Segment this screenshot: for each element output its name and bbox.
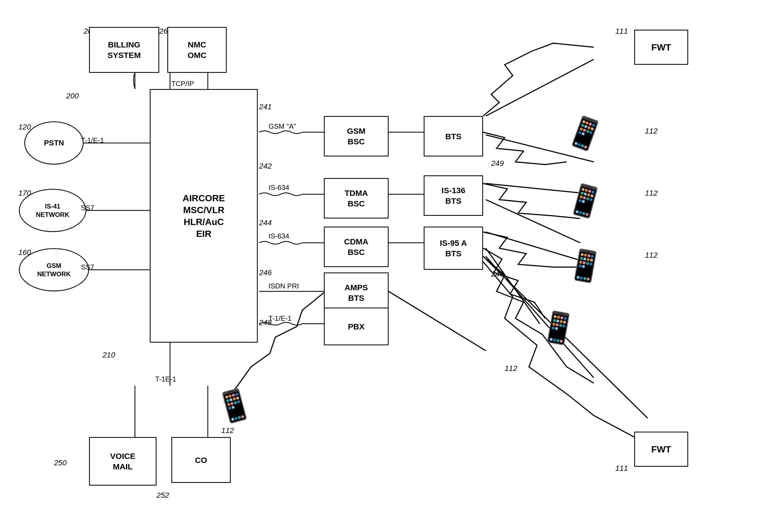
t1e1-bottom-label: T-1E-1 xyxy=(155,375,176,383)
tdma-bsc-ref-label: 244 xyxy=(259,219,272,227)
mobile5-ref: 112 xyxy=(221,426,234,435)
fwt2-ref-label: 111 xyxy=(615,464,628,473)
cdma-bsc-box: CDMABSC xyxy=(324,227,389,267)
tcpip-label: TCP/IP xyxy=(171,80,194,88)
fwt-bottom-box: FWT xyxy=(634,432,688,467)
co-box: CO xyxy=(171,437,231,483)
fwt-top-box: FWT xyxy=(634,30,688,65)
is634-1-label: IS-634 xyxy=(269,183,289,192)
phone-icon-5: 📱 xyxy=(537,307,579,348)
is136-ref-label: 249 xyxy=(491,159,504,168)
nmc-omc-box: NMCOMC xyxy=(167,27,227,73)
is634-2-label: IS-634 xyxy=(269,232,289,240)
t1e1-top-label: T-1/E-1 xyxy=(81,136,104,145)
svg-line-22 xyxy=(486,248,540,324)
t1e1-bottom-conn-label: T-1/E-1 xyxy=(269,314,291,323)
mobile4-ref: 112 xyxy=(505,364,517,373)
is136-bts-box: IS-136BTS xyxy=(424,175,483,216)
svg-line-25 xyxy=(389,291,486,351)
amps-bts-box: AMPSBTS xyxy=(324,272,389,313)
bts-box: BTS xyxy=(424,116,483,156)
voicemail-ref-label: 250 xyxy=(54,458,67,467)
isdn-pri-label: ISDN PRI xyxy=(269,282,299,290)
gsm-bsc-box: GSMBSC xyxy=(324,116,389,156)
phone-icon-2: 📱 xyxy=(563,179,608,222)
is41-network-ellipse: IS-41NETWORK xyxy=(19,189,87,232)
ss7-bottom-label: SS7 xyxy=(81,263,94,271)
mobile1-ref: 112 xyxy=(645,127,658,135)
co-ref-label: 252 xyxy=(156,491,169,500)
voicemail-box: VOICEMAIL xyxy=(89,437,156,486)
is95-ref-label: 243 xyxy=(491,270,504,278)
pstn-ref-label: 120 xyxy=(18,123,31,131)
gsm-network-ellipse: GSMNETWORK xyxy=(19,248,89,291)
mobile3-ref: 112 xyxy=(645,251,658,260)
main-ref-label: 200 xyxy=(66,92,79,100)
gsm-bsc2-ref-label: 242 xyxy=(259,162,272,170)
aircore-box: AIRCOREMSC/VLRHLR/AuCEIR xyxy=(150,89,258,343)
svg-line-17 xyxy=(486,59,594,116)
pstn-ellipse: PSTN xyxy=(24,121,84,165)
ss7-top-label: SS7 xyxy=(81,204,94,212)
phone-icon-1: 📱 xyxy=(562,110,609,156)
phone-icon-4: 📱 xyxy=(212,384,257,427)
tdma-bsc-box: TDMABSC xyxy=(324,178,389,219)
gsm-bsc-ref-label: 241 xyxy=(259,102,272,111)
gsm-a-label: GSM "A" xyxy=(269,122,296,130)
diagram: 260 262 200 120 170 160 210 250 252 241 … xyxy=(0,0,764,532)
phone-icon-3: 📱 xyxy=(564,245,606,286)
pbx-box: PBX xyxy=(324,307,389,345)
is95a-bts-box: IS-95 ABTS xyxy=(424,227,483,270)
cdma-bsc-ref-label: 246 xyxy=(259,268,272,277)
aircore-ref-label: 210 xyxy=(102,351,115,359)
fwt1-ref-label: 111 xyxy=(615,27,628,36)
mobile2-ref: 112 xyxy=(645,189,658,198)
billing-system-box: BILLINGSYSTEM xyxy=(89,27,159,73)
